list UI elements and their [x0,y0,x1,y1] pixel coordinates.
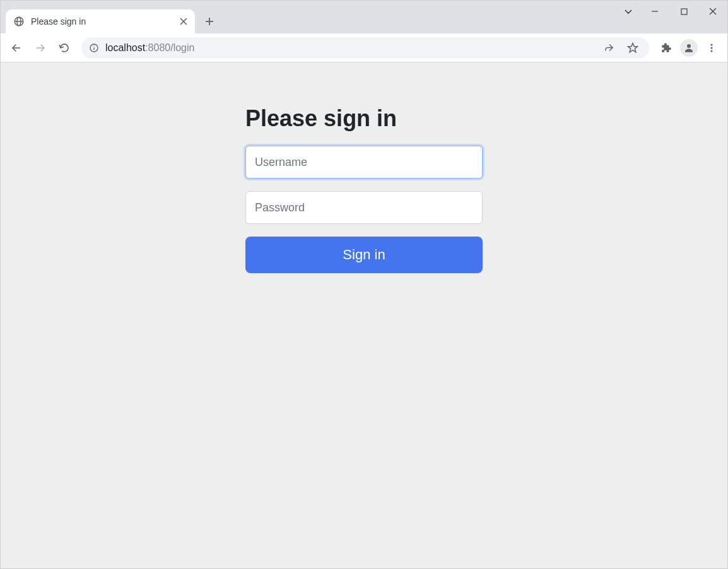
tab-search-button[interactable] [616,1,640,22]
person-icon [680,39,698,57]
toolbar-right [655,37,722,59]
address-bar[interactable]: localhost:8080/login [81,37,649,59]
bookmark-icon[interactable] [624,39,642,57]
menu-button[interactable] [701,37,722,59]
tab-strip: Please sign in [1,1,727,33]
window-maximize-button[interactable] [669,1,698,22]
page-viewport: Please sign in Sign in [1,62,727,568]
url-path: :8080/login [145,42,194,54]
svg-point-20 [710,50,712,52]
window-close-button[interactable] [698,1,727,22]
url-text: localhost:8080/login [105,42,194,54]
browser-toolbar: localhost:8080/login [1,33,727,62]
back-button[interactable] [6,37,27,59]
share-icon[interactable] [600,39,618,57]
browser-window: Please sign in [0,0,728,569]
url-host: localhost [105,42,145,54]
site-info-icon[interactable] [89,43,99,53]
browser-tab[interactable]: Please sign in [6,9,195,33]
window-minimize-button[interactable] [640,1,669,22]
svg-marker-16 [628,43,638,52]
svg-rect-8 [681,9,687,15]
profile-button[interactable] [678,37,700,59]
login-form: Please sign in Sign in [245,105,483,568]
page-title: Please sign in [245,105,483,132]
new-tab-button[interactable] [199,11,220,32]
svg-point-19 [710,47,712,49]
sign-in-button[interactable]: Sign in [245,237,483,273]
close-tab-button[interactable] [180,18,187,25]
forward-button[interactable] [30,37,51,59]
username-input[interactable] [245,146,483,179]
svg-point-17 [687,44,691,48]
globe-icon [13,16,25,27]
svg-point-18 [710,44,712,45]
svg-point-15 [93,45,94,46]
window-controls [616,1,727,22]
password-input[interactable] [245,191,483,224]
reload-button[interactable] [54,37,75,59]
tab-title: Please sign in [31,16,173,26]
extensions-icon[interactable] [655,37,677,59]
